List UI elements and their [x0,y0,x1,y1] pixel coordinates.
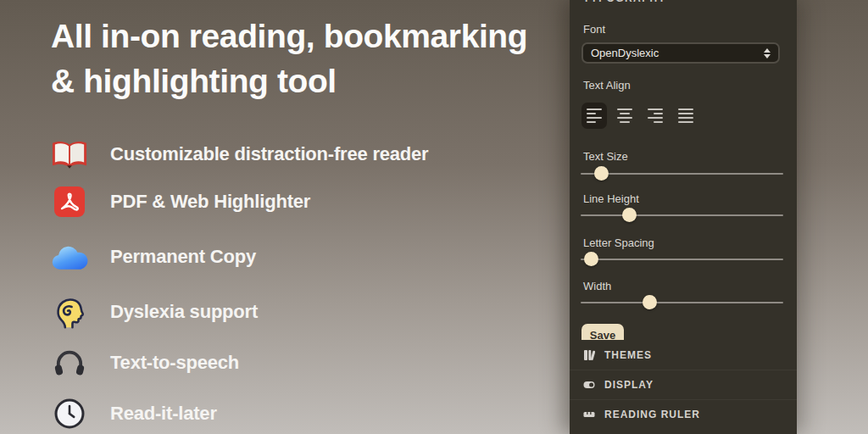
font-label: Font [583,23,605,36]
feature-item-tts: Text-to-speech [49,342,239,383]
page-title-line2: & highlighting tool [51,58,576,103]
slider-track[interactable] [581,259,783,260]
slider-track[interactable] [581,214,783,216]
accordion-sections: THEMES DISPLAY READING RULER [570,340,797,434]
line-height-label: Line Height [583,192,639,205]
panel-section-title: TYPOGRAPHY [583,0,666,4]
section-themes[interactable]: THEMES [570,340,797,370]
page-title: All in-on reading, bookmarking & highlig… [51,14,576,103]
align-justify-button[interactable] [673,103,698,129]
letter-spacing-label: Letter Spacing [583,236,654,249]
feature-label: Dyslexia support [110,301,258,323]
line-height-slider[interactable] [581,208,783,222]
feature-label: Read-it-later [110,403,217,425]
pdf-icon [49,181,90,222]
slider-thumb[interactable] [594,166,609,181]
text-size-slider[interactable] [581,166,783,181]
themes-icon [583,349,595,361]
display-icon [583,379,595,391]
slider-track[interactable] [581,173,783,175]
width-slider[interactable] [581,295,783,309]
feature-item-reader: Customizable distraction-free reader [49,134,428,175]
section-display[interactable]: DISPLAY [570,370,797,399]
reading-ruler-icon [583,409,595,420]
section-reading-ruler[interactable]: READING RULER [570,399,797,429]
section-label: DISPLAY [604,379,654,391]
feature-label: PDF & Web Highlighter [110,191,310,213]
cloud-icon [49,236,90,277]
headphones-icon [49,342,90,383]
feature-item-later: Read-it-later [49,393,217,434]
text-size-label: Text Size [583,150,628,163]
section-label: THEMES [604,349,652,361]
align-right-button[interactable] [643,103,668,129]
page-title-line1: All in-on reading, bookmarking [51,14,576,58]
open-book-icon [49,134,90,175]
slider-thumb[interactable] [584,252,598,266]
slider-track[interactable] [581,302,783,303]
text-align-label: Text Align [583,79,631,92]
slider-thumb[interactable] [622,208,637,222]
feature-label: Permanent Copy [110,246,256,268]
typography-settings-panel: TYPOGRAPHY Font OpenDyslexic Text Align … [570,0,797,434]
align-left-button[interactable] [581,103,607,129]
font-select-value: OpenDyslexic [591,47,659,59]
feature-item-dyslexia: Dyslexia support [49,292,258,332]
feature-item-pdf: PDF & Web Highlighter [49,181,310,222]
align-center-button[interactable] [612,103,637,129]
feature-label: Text-to-speech [110,352,239,374]
head-profile-icon [49,292,90,332]
feature-label: Customizable distraction-free reader [110,143,428,165]
clock-icon [49,393,90,434]
letter-spacing-slider[interactable] [581,252,783,266]
feature-item-cloud: Permanent Copy [49,236,256,277]
width-label: Width [583,280,611,292]
slider-thumb[interactable] [643,295,657,309]
section-label: READING RULER [604,409,700,420]
font-select[interactable]: OpenDyslexic [581,42,780,64]
select-stepper-icon [764,48,771,58]
